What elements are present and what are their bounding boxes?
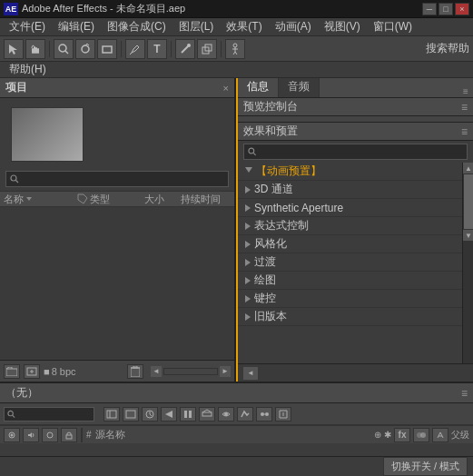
menu-layer[interactable]: 图层(L) (173, 17, 220, 36)
svg-rect-21 (6, 369, 17, 376)
tl-button-9[interactable] (256, 407, 272, 421)
list-item[interactable]: 键控 (238, 290, 462, 308)
tl-button-5[interactable] (180, 407, 196, 421)
search-help-label: 搜索帮助 (426, 41, 469, 56)
lock-button[interactable] (61, 428, 77, 442)
blend-button[interactable] (413, 428, 429, 442)
toggle-switch-button[interactable]: 切换开关 / 模式 (383, 457, 468, 476)
list-item[interactable]: Synthetic Aperture (238, 199, 462, 217)
maximize-button[interactable]: □ (439, 3, 453, 15)
list-item[interactable]: 风格化 (238, 235, 462, 253)
effects-search-input[interactable] (257, 146, 463, 157)
tl-button-6[interactable] (199, 407, 215, 421)
svg-point-54 (420, 432, 426, 438)
project-search-input[interactable] (23, 174, 186, 184)
rotation-tool-button[interactable] (75, 39, 95, 59)
menu-composition[interactable]: 图像合成(C) (102, 17, 172, 36)
svg-line-19 (16, 181, 19, 183)
video-toggle-button[interactable] (4, 428, 20, 442)
folder-closed-icon (245, 313, 251, 321)
timeline-search-icon (7, 410, 15, 419)
svg-point-13 (233, 44, 237, 47)
tab-info[interactable]: 信息 (238, 78, 279, 97)
shape-tool-button[interactable] (97, 39, 117, 59)
effects-item-label: 表达式控制 (254, 218, 309, 233)
preview-panel-title: 预览控制台 (243, 99, 298, 114)
effects-scrollbar[interactable]: ▲ ▼ (462, 163, 473, 363)
scroll-down-arrow[interactable]: ▼ (463, 230, 473, 241)
svg-point-4 (59, 45, 66, 52)
scroll-left-arrow[interactable]: ◄ (151, 366, 162, 377)
list-item[interactable]: 绘图 (238, 272, 462, 290)
menu-animation[interactable]: 动画(A) (270, 17, 317, 36)
effects-footer-button[interactable]: ◄ (243, 367, 258, 380)
project-search-area[interactable] (5, 171, 229, 187)
tab-audio[interactable]: 音频 (279, 78, 320, 97)
tl-button-1[interactable] (103, 407, 120, 421)
menu-window[interactable]: 窗口(W) (368, 17, 418, 36)
new-folder-button[interactable] (4, 364, 20, 379)
menu-view[interactable]: 视图(V) (319, 17, 366, 36)
list-item[interactable]: 表达式控制 (238, 217, 462, 235)
project-preview-area (0, 98, 234, 171)
project-panel-close-icon[interactable]: × (223, 83, 229, 94)
hand-tool-button[interactable] (25, 39, 45, 59)
new-composition-button[interactable] (24, 364, 40, 379)
menu-edit[interactable]: 编辑(E) (53, 17, 100, 36)
svg-rect-1 (34, 46, 35, 54)
svg-rect-25 (131, 368, 140, 377)
timeline-area: （无） ≡ (0, 382, 473, 456)
minimize-button[interactable]: ─ (422, 3, 437, 15)
solo-toggle-button[interactable] (42, 428, 58, 442)
timeline-toolbar (0, 403, 473, 425)
effects-panel-menu[interactable]: ≡ (461, 125, 468, 138)
project-list[interactable] (0, 207, 234, 360)
tl-button-4[interactable] (161, 407, 177, 421)
text-tool-button[interactable]: T (147, 39, 167, 59)
audio-toggle-button[interactable] (23, 428, 39, 442)
effects-item-label: 旧版本 (254, 309, 287, 324)
tl-button-10[interactable] (275, 407, 291, 421)
tl-button-7[interactable] (218, 407, 234, 421)
puppet-tool-button[interactable] (225, 39, 245, 59)
timeline-search-area[interactable] (4, 407, 94, 421)
select-tool-button[interactable] (4, 39, 24, 59)
tl-button-8[interactable] (237, 407, 253, 421)
scroll-bar[interactable] (163, 368, 218, 375)
delete-button[interactable] (127, 364, 143, 379)
scroll-up-arrow[interactable]: ▲ (463, 163, 473, 174)
zoom-tool-button[interactable] (54, 39, 74, 59)
menu-effect[interactable]: 效果(T) (221, 17, 267, 36)
pen-tool-button[interactable] (125, 39, 145, 59)
scrollbar-thumb[interactable] (464, 174, 473, 229)
effects-search-area[interactable] (243, 144, 468, 160)
close-button[interactable]: × (455, 3, 469, 15)
project-panel-title: 项目 (5, 80, 27, 95)
scroll-right-arrow[interactable]: ► (220, 366, 231, 377)
panel-menu-button[interactable]: ≡ (458, 84, 473, 97)
tl-button-3[interactable] (142, 407, 158, 421)
search-icon (10, 174, 19, 183)
svg-line-31 (13, 415, 15, 417)
parent-button[interactable] (432, 428, 448, 442)
timeline-search-input[interactable] (15, 409, 91, 419)
effects-search-icon (248, 147, 257, 156)
list-item[interactable]: 【动画预置】 (238, 163, 462, 181)
list-item[interactable]: 3D 通道 (238, 181, 462, 199)
brush-tool-button[interactable] (175, 39, 195, 59)
preview-panel-menu[interactable]: ≡ (461, 101, 468, 114)
list-item[interactable]: 过渡 (238, 253, 462, 272)
tl-button-2[interactable] (123, 407, 139, 421)
menu-file[interactable]: 文件(E) (4, 17, 51, 36)
list-item[interactable]: 旧版本 (238, 308, 462, 326)
timeline-panel-menu[interactable]: ≡ (461, 387, 468, 400)
effects-item-label: 绘图 (254, 273, 276, 288)
toolbar: T 搜索帮助 (0, 36, 473, 62)
clone-tool-button[interactable] (197, 39, 217, 59)
toolbar-separator-3 (171, 41, 172, 57)
fx-button[interactable]: fx (394, 428, 410, 442)
svg-line-8 (130, 53, 132, 55)
menu-help[interactable]: 帮助(H) (4, 60, 52, 79)
folder-closed-icon (245, 277, 251, 284)
menu-bar: 文件(E) 编辑(E) 图像合成(C) 图层(L) 效果(T) 动画(A) 视图… (0, 18, 473, 36)
